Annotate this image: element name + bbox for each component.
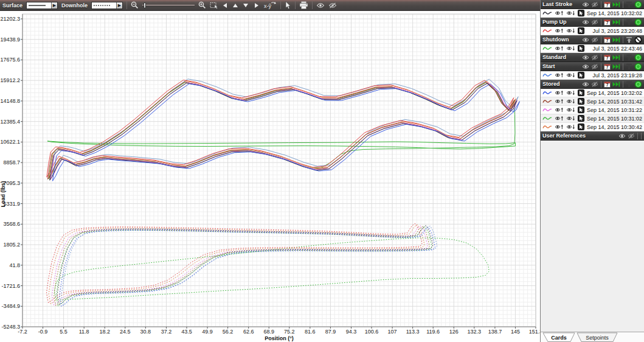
section-calendar-icon[interactable]: 7 <box>604 19 611 26</box>
card-row-stored-2[interactable]: Sep 14, 2015 10:31:22 <box>541 106 644 114</box>
section-skip-to-latest-icon[interactable] <box>612 2 620 7</box>
show-surface-icon[interactable] <box>555 99 564 104</box>
card-row-shutdown-0[interactable]: Jul 3, 2015 22:43:46 <box>541 44 644 53</box>
section-header-start[interactable]: Start7 <box>541 62 644 71</box>
show-downhole-icon[interactable] <box>566 116 575 121</box>
section-skip-to-latest-icon[interactable] <box>612 64 620 69</box>
section-hidden-icon[interactable] <box>591 64 598 69</box>
tab-cards-label[interactable]: Cards <box>551 335 567 341</box>
show-surface-icon[interactable] <box>555 124 564 130</box>
show-surface-icon[interactable] <box>555 116 564 121</box>
show-surface-icon[interactable] <box>555 28 564 33</box>
print-icon[interactable] <box>299 1 308 10</box>
surface-combo-arrow-icon[interactable]: ▶ <box>51 2 57 9</box>
show-downhole-icon[interactable] <box>566 99 575 104</box>
section-hidden-icon[interactable] <box>591 55 598 60</box>
show-downhole-icon[interactable] <box>566 46 575 51</box>
section-skip-to-latest-icon[interactable] <box>612 37 620 43</box>
section-status-icon[interactable] <box>634 80 642 88</box>
card-row-stored-0[interactable]: Sep 14, 2015 10:32:02 <box>541 89 644 97</box>
show-downhole-icon[interactable] <box>566 124 575 130</box>
section-calendar-icon[interactable]: 7 <box>604 81 611 88</box>
section-visible-icon[interactable] <box>582 2 589 7</box>
card-row-stored-3[interactable]: Sep 14, 2015 10:31:02 <box>541 114 644 123</box>
section-upload-icon[interactable] <box>626 63 632 70</box>
show-surface-icon[interactable] <box>555 46 564 51</box>
pointer-tool-icon[interactable] <box>285 1 291 10</box>
zoom-slider-track[interactable] <box>142 5 195 6</box>
show-downhole-icon[interactable] <box>566 90 575 96</box>
card-chart-canvas[interactable]: -7.2-0.95.511.818.224.530.837.243.549.95… <box>0 12 540 342</box>
select-card-icon[interactable] <box>578 115 584 122</box>
select-card-icon[interactable] <box>578 10 584 16</box>
select-card-icon[interactable] <box>578 45 584 52</box>
section-visible-icon[interactable] <box>582 37 589 43</box>
show-surface-icon[interactable] <box>555 107 564 113</box>
pan-left-icon[interactable] <box>222 1 229 10</box>
show-downhole-icon[interactable] <box>566 72 575 78</box>
show-surface-icon[interactable] <box>555 72 564 78</box>
section-hidden-icon[interactable] <box>591 19 598 25</box>
show-downhole-icon[interactable] <box>566 107 575 113</box>
section-hidden-icon[interactable] <box>591 2 598 7</box>
section-calendar-icon[interactable]: 7 <box>604 54 611 61</box>
section-visible-icon[interactable] <box>582 64 589 69</box>
zoom-out-icon[interactable] <box>131 1 139 10</box>
show-downhole-icon[interactable] <box>566 10 575 16</box>
pan-down-icon[interactable] <box>243 1 249 10</box>
section-header-stored[interactable]: Stored7 <box>541 80 644 89</box>
section-upload-icon[interactable] <box>626 81 632 88</box>
zoom-slider[interactable] <box>142 2 195 9</box>
zoom-slider-handle[interactable] <box>144 2 146 9</box>
surface-style-combo[interactable]: ▶ <box>26 2 58 9</box>
hide-all-cards-icon[interactable] <box>328 1 337 10</box>
section-upload-icon[interactable] <box>626 54 632 61</box>
zoom-in-icon[interactable] <box>198 1 206 10</box>
section-status-icon[interactable] <box>634 63 642 71</box>
card-row-stored-4[interactable]: Sep 14, 2015 10:30:42 <box>541 123 644 131</box>
section-calendar-icon[interactable]: 7 <box>604 1 611 8</box>
card-row-stored-1[interactable]: Sep 14, 2015 10:31:42 <box>541 97 644 106</box>
show-surface-icon[interactable] <box>555 10 564 16</box>
section-calendar-icon[interactable]: 7 <box>604 63 611 70</box>
section-visible-icon[interactable] <box>618 133 626 139</box>
select-card-icon[interactable] <box>578 106 584 113</box>
card-row-last-stroke-0[interactable]: Sep 14, 2015 10:32:02 <box>541 9 644 18</box>
show-surface-icon[interactable] <box>555 90 564 96</box>
downhole-combo-arrow-icon[interactable]: ▶ <box>116 2 122 9</box>
section-upload-icon[interactable] <box>626 1 632 8</box>
section-header-standard[interactable]: Standard7 <box>541 53 644 62</box>
tab-setpoints-label[interactable]: Setpoints <box>586 335 609 341</box>
section-hidden-icon[interactable] <box>628 133 635 139</box>
section-header-last-stroke[interactable]: Last Stroke7 <box>541 0 644 9</box>
section-hidden-icon[interactable] <box>591 37 598 43</box>
select-card-icon[interactable] <box>578 89 584 96</box>
section-status-icon[interactable] <box>634 18 642 26</box>
axis-swap-icon[interactable]: x-ŷ <box>263 1 277 10</box>
select-card-icon[interactable] <box>578 72 584 79</box>
section-skip-to-latest-icon[interactable] <box>612 55 620 60</box>
section-header-shutdown[interactable]: Shutdown7 <box>541 35 644 44</box>
pan-right-icon[interactable] <box>253 1 260 10</box>
show-all-cards-icon[interactable] <box>316 1 325 10</box>
section-status-icon[interactable] <box>634 36 642 44</box>
section-visible-icon[interactable] <box>582 19 589 25</box>
section-header-user-references[interactable]: User References <box>541 131 644 141</box>
section-upload-icon[interactable] <box>626 19 632 26</box>
select-card-icon[interactable] <box>578 27 584 34</box>
show-downhole-icon[interactable] <box>566 28 575 33</box>
pan-up-icon[interactable] <box>232 1 239 10</box>
section-visible-icon[interactable] <box>582 55 589 60</box>
zoom-region-icon[interactable] <box>210 1 218 10</box>
section-hidden-icon[interactable] <box>591 82 598 87</box>
section-header-pump-up[interactable]: Pump Up7 <box>541 18 644 27</box>
section-visible-icon[interactable] <box>582 82 589 87</box>
section-skip-to-latest-icon[interactable] <box>612 82 620 87</box>
select-card-icon[interactable] <box>578 98 584 105</box>
section-upload-icon[interactable] <box>626 37 632 43</box>
section-calendar-icon[interactable]: 7 <box>604 37 611 43</box>
card-row-start-0[interactable]: Jul 3, 2015 23:19:28 <box>541 71 644 80</box>
downhole-style-combo[interactable]: ▶ <box>91 2 123 9</box>
card-row-pump-up-0[interactable]: Jul 3, 2015 23:20:48 <box>541 27 644 35</box>
section-skip-to-latest-icon[interactable] <box>612 19 620 25</box>
